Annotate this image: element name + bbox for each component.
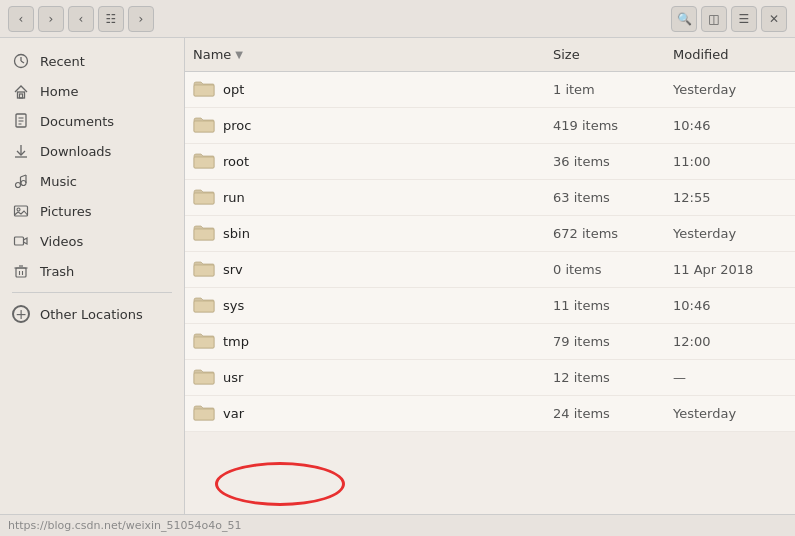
sidebar-item-other-locations[interactable]: + Other Locations (0, 299, 184, 329)
file-header: Name ▼ Size Modified (185, 38, 795, 72)
sidebar-item-documents[interactable]: Documents (0, 106, 184, 136)
documents-icon (12, 112, 30, 130)
file-name: sys (185, 295, 545, 316)
file-size: 11 items (545, 298, 665, 313)
svg-line-2 (21, 61, 24, 63)
sidebar-item-music[interactable]: Music (0, 166, 184, 196)
scroll-left-icon: ‹ (79, 12, 84, 26)
close-button[interactable]: ✕ (761, 6, 787, 32)
svg-point-17 (17, 208, 20, 211)
folder-icon (193, 403, 215, 424)
file-modified: 10:46 (665, 298, 795, 313)
header-modified[interactable]: Modified (665, 42, 795, 67)
forward-icon: › (49, 12, 54, 26)
sidebar-item-music-label: Music (40, 174, 77, 189)
trash-icon (12, 262, 30, 280)
sidebar-item-downloads[interactable]: Downloads (0, 136, 184, 166)
file-modified: 11:00 (665, 154, 795, 169)
sidebar-item-recent-label: Recent (40, 54, 85, 69)
file-modified: — (665, 370, 795, 385)
add-icon: + (12, 305, 30, 323)
table-row[interactable]: run 63 items 12:55 (185, 180, 795, 216)
file-name: usr (185, 367, 545, 388)
scroll-right-button[interactable]: › (128, 6, 154, 32)
table-row[interactable]: srv 0 items 11 Apr 2018 (185, 252, 795, 288)
folder-icon (193, 295, 215, 316)
sidebar-item-recent[interactable]: Recent (0, 46, 184, 76)
table-row[interactable]: root 36 items 11:00 (185, 144, 795, 180)
file-modified: Yesterday (665, 226, 795, 241)
sidebar-item-home[interactable]: Home (0, 76, 184, 106)
svg-rect-31 (194, 337, 214, 348)
header-name[interactable]: Name ▼ (185, 42, 545, 67)
sidebar-item-other-locations-label: Other Locations (40, 307, 143, 322)
statusbar: https://blog.csdn.net/weixin_51054o4o_51 (0, 514, 795, 536)
view-list-button[interactable]: ☰ (731, 6, 757, 32)
back-button[interactable]: ‹ (8, 6, 34, 32)
svg-rect-18 (15, 237, 24, 245)
scroll-left-button[interactable]: ‹ (68, 6, 94, 32)
table-row[interactable]: sys 11 items 10:46 (185, 288, 795, 324)
download-icon (12, 142, 30, 160)
file-modified: 10:46 (665, 118, 795, 133)
forward-button[interactable]: › (38, 6, 64, 32)
svg-rect-30 (194, 301, 214, 312)
svg-rect-29 (194, 265, 214, 276)
svg-point-15 (21, 181, 26, 186)
header-size[interactable]: Size (545, 42, 665, 67)
file-name: tmp (185, 331, 545, 352)
svg-rect-32 (194, 373, 214, 384)
file-list: opt 1 item Yesterday proc 419 items 10:4… (185, 72, 795, 432)
close-icon: ✕ (769, 12, 779, 26)
home-icon (12, 82, 30, 100)
svg-rect-24 (194, 85, 214, 96)
file-size: 24 items (545, 406, 665, 421)
folder-icon (193, 367, 215, 388)
bookmarks-button[interactable]: ☷ (98, 6, 124, 32)
file-size: 672 items (545, 226, 665, 241)
svg-rect-33 (194, 409, 214, 420)
svg-rect-26 (194, 157, 214, 168)
search-button[interactable]: 🔍 (671, 6, 697, 32)
sort-arrow-icon: ▼ (235, 49, 243, 60)
svg-rect-3 (18, 92, 25, 98)
sidebar-item-trash[interactable]: Trash (0, 256, 184, 286)
videos-icon (12, 232, 30, 250)
music-icon (12, 172, 30, 190)
file-modified: 12:00 (665, 334, 795, 349)
sidebar-item-videos[interactable]: Videos (0, 226, 184, 256)
file-modified: Yesterday (665, 406, 795, 421)
sidebar-item-documents-label: Documents (40, 114, 114, 129)
file-modified: Yesterday (665, 82, 795, 97)
sidebar-item-trash-label: Trash (40, 264, 74, 279)
table-row[interactable]: sbin 672 items Yesterday (185, 216, 795, 252)
bookmarks-icon: ☷ (106, 12, 117, 26)
sidebar-item-pictures[interactable]: Pictures (0, 196, 184, 226)
sidebar-item-pictures-label: Pictures (40, 204, 91, 219)
titlebar: ‹ › ‹ ☷ › 🔍 ◫ ☰ ✕ (0, 0, 795, 38)
file-name: run (185, 187, 545, 208)
svg-rect-19 (16, 268, 26, 277)
table-row[interactable]: tmp 79 items 12:00 (185, 324, 795, 360)
file-size: 419 items (545, 118, 665, 133)
table-row[interactable]: proc 419 items 10:46 (185, 108, 795, 144)
table-row[interactable]: opt 1 item Yesterday (185, 72, 795, 108)
file-name: root (185, 151, 545, 172)
view-grid-button[interactable]: ◫ (701, 6, 727, 32)
pictures-icon (12, 202, 30, 220)
file-size: 63 items (545, 190, 665, 205)
back-icon: ‹ (19, 12, 24, 26)
file-size: 0 items (545, 262, 665, 277)
file-name: var (185, 403, 545, 424)
table-row[interactable]: var 24 items Yesterday (185, 396, 795, 432)
file-size: 36 items (545, 154, 665, 169)
folder-icon (193, 187, 215, 208)
search-icon: 🔍 (677, 12, 692, 26)
folder-icon (193, 151, 215, 172)
file-name: proc (185, 115, 545, 136)
main-content: Recent Home Documents Downloads Music (0, 38, 795, 514)
svg-rect-4 (20, 94, 23, 98)
file-name: opt (185, 79, 545, 100)
table-row[interactable]: usr 12 items — (185, 360, 795, 396)
file-name: srv (185, 259, 545, 280)
